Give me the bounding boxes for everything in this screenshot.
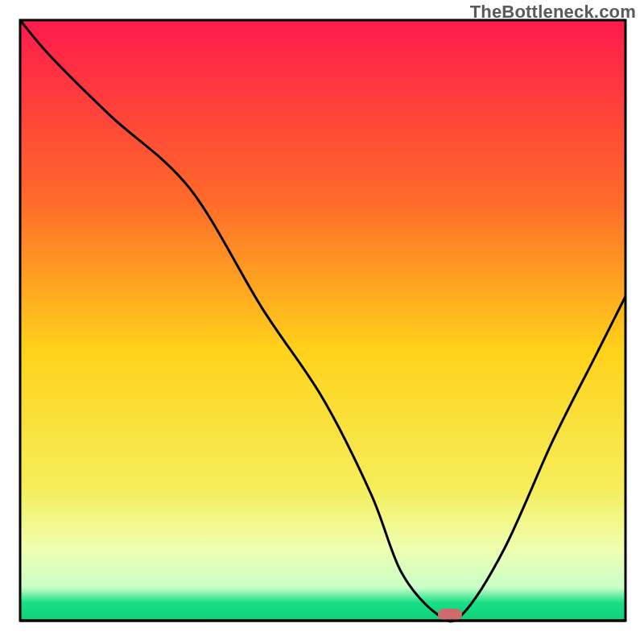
watermark-label: TheBottleneck.com [470,2,636,23]
recommended-point-marker [438,609,462,621]
bottleneck-chart: TheBottleneck.com [0,0,644,644]
gradient-background [20,20,625,621]
plot-area [20,20,625,621]
chart-svg [0,0,644,644]
